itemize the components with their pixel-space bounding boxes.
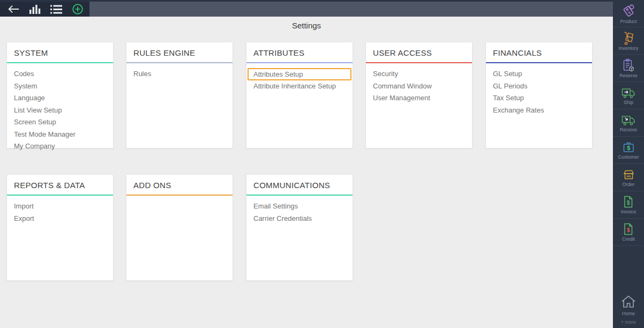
card-title: REPORTS & DATA: [7, 175, 113, 195]
card-system: SYSTEM Codes System Language List View S…: [6, 42, 114, 148]
sidebar-item-label: Reserve: [619, 73, 638, 78]
top-bar: [0, 0, 613, 17]
card-item-carrier-credentials[interactable]: Carrier Credentials: [253, 213, 346, 225]
sidebar-item-customer[interactable]: $ Customer: [613, 137, 644, 164]
list-icon[interactable]: [50, 3, 63, 15]
ship-icon: [621, 86, 636, 99]
card-item-test-mode-manager[interactable]: Test Mode Manager: [14, 129, 106, 141]
invoice-icon: $: [622, 195, 635, 208]
sidebar-item-label: Credit: [622, 236, 635, 242]
card-item-email-settings[interactable]: Email Settings: [253, 200, 346, 213]
sidebar-item-credit[interactable]: $ Credit: [613, 219, 644, 246]
card-item-import[interactable]: Import: [14, 200, 106, 213]
card-item-list-view-setup[interactable]: List View Setup: [14, 105, 106, 117]
card-item-exchange-rates[interactable]: Exchange Rates: [493, 105, 585, 117]
sidebar-more-link[interactable]: + more: [613, 317, 644, 328]
card-item-my-company[interactable]: My Company: [14, 140, 106, 153]
card-communications: COMMUNICATIONS Email Settings Carrier Cr…: [246, 174, 353, 281]
sidebar-item-receive[interactable]: Receive: [613, 109, 644, 137]
svg-text:$: $: [627, 144, 630, 151]
card-item-screen-setup[interactable]: Screen Setup: [14, 116, 106, 129]
card-add-ons: ADD ONS: [126, 174, 233, 281]
card-item-attribute-inheritance-setup[interactable]: Attribute Inheritance Setup: [253, 80, 346, 93]
sidebar-item-inventory[interactable]: Inventory: [613, 27, 644, 55]
sidebar-item-label: Inventory: [618, 46, 638, 51]
page-title: Settings: [0, 21, 613, 30]
sidebar-item-product[interactable]: $ Product: [613, 0, 644, 27]
bar-chart-icon[interactable]: [28, 3, 41, 15]
sidebar-item-label: Customer: [618, 154, 639, 160]
card-reports-data: REPORTS & DATA Import Export: [6, 174, 114, 281]
card-item-attributes-setup-highlighted[interactable]: Attributes Setup: [248, 68, 351, 80]
card-title: RULES ENGINE: [126, 42, 233, 62]
card-item-codes[interactable]: Codes: [14, 68, 106, 80]
back-arrow-icon[interactable]: [7, 3, 20, 15]
svg-text:$: $: [627, 200, 630, 206]
card-item-gl-setup[interactable]: GL Setup: [493, 68, 585, 80]
sidebar: $ Product Inventory: [613, 0, 644, 328]
card-item-security[interactable]: Security: [373, 68, 465, 80]
card-title: FINANCIALS: [486, 42, 592, 62]
sidebar-item-home[interactable]: Home: [613, 294, 644, 317]
card-item-language[interactable]: Language: [14, 92, 106, 105]
order-icon: [622, 168, 635, 181]
sidebar-item-invoice[interactable]: $ Invoice: [613, 191, 644, 219]
receive-icon: [621, 114, 636, 126]
sidebar-item-reserve[interactable]: Reserve: [613, 55, 644, 82]
sidebar-item-label: Product: [620, 19, 636, 24]
home-icon: [620, 294, 637, 309]
card-financials: FINANCIALS GL Setup GL Periods Tax Setup…: [485, 42, 593, 148]
product-icon: $: [621, 3, 636, 18]
card-item-tax-setup[interactable]: Tax Setup: [493, 92, 585, 105]
credit-icon: $: [622, 222, 635, 236]
card-user-access: USER ACCESS Security Command Window User…: [365, 42, 473, 148]
card-attributes: ATTRIBUTES Attributes Setup Attribute In…: [246, 42, 353, 148]
inventory-icon: [622, 31, 635, 45]
sidebar-item-ship[interactable]: Ship: [613, 82, 644, 109]
top-bar-icon-group: [0, 2, 89, 17]
svg-text:$: $: [627, 227, 630, 233]
card-rules-engine: RULES ENGINE Rules: [126, 42, 233, 148]
card-item-rules[interactable]: Rules: [133, 68, 226, 80]
reserve-icon: [622, 58, 635, 72]
card-item-command-window[interactable]: Command Window: [373, 80, 465, 93]
card-title: ATTRIBUTES: [246, 42, 353, 62]
card-item-export[interactable]: Export: [14, 213, 106, 225]
sidebar-spacer: [613, 246, 644, 294]
customer-icon: $: [622, 141, 635, 154]
sidebar-item-label: Invoice: [621, 209, 636, 214]
sidebar-item-label: Order: [622, 182, 634, 187]
card-title: USER ACCESS: [366, 42, 472, 62]
card-item-gl-periods[interactable]: GL Periods: [493, 80, 585, 93]
sidebar-item-label: Home: [622, 311, 635, 316]
sidebar-item-order[interactable]: Order: [613, 164, 644, 191]
sidebar-item-label: Receive: [620, 127, 638, 132]
card-title: ADD ONS: [126, 175, 233, 195]
card-title: SYSTEM: [7, 42, 113, 62]
card-item-user-management[interactable]: User Management: [373, 92, 465, 105]
add-icon[interactable]: [71, 3, 84, 15]
card-item-system[interactable]: System: [14, 80, 106, 93]
card-title: COMMUNICATIONS: [246, 175, 353, 195]
sidebar-item-label: Ship: [624, 100, 633, 105]
